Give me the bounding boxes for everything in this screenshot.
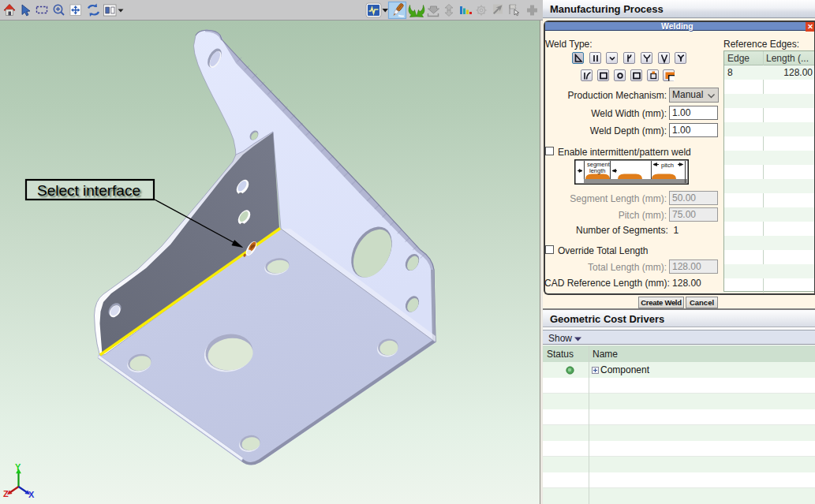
svg-text:Select interface: Select interface <box>37 182 140 199</box>
svg-text:length: length <box>589 167 605 174</box>
svg-text:Z: Z <box>3 489 9 498</box>
svg-text:Y: Y <box>15 462 21 472</box>
svg-text:pitch: pitch <box>661 162 674 169</box>
svg-text:X: X <box>28 490 35 499</box>
